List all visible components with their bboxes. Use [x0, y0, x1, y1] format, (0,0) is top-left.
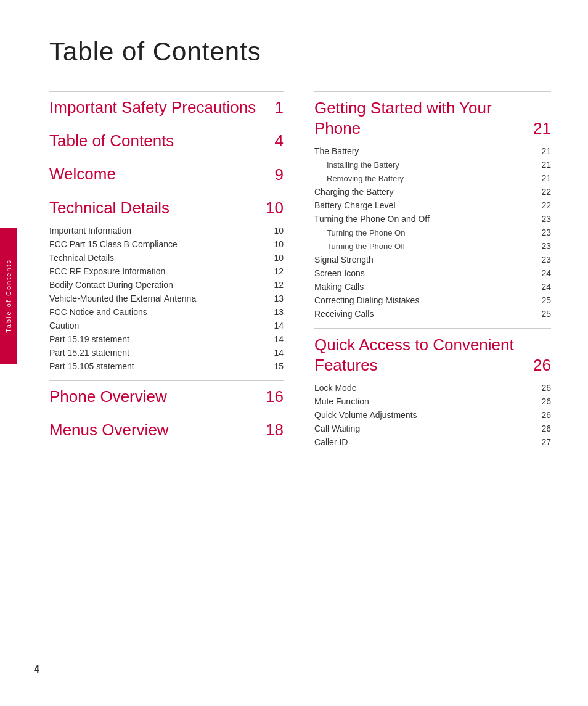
section-title-quick-access: Quick Access to Convenient Features [314, 335, 527, 375]
sidebar-tab: Table of Contents [0, 228, 17, 364]
section-number-important-safety: 1 [275, 98, 284, 117]
section-title-row-technical-details: Technical Details 10 [49, 199, 284, 218]
sub-item-vehicle-mounted: Vehicle-Mounted the External Antenna 13 [49, 292, 284, 305]
section-title-technical-details: Technical Details [49, 199, 259, 218]
section-quick-access: Quick Access to Convenient Features 26 L… [314, 328, 551, 449]
right-column: Getting Started with Your Phone 21 The B… [314, 91, 551, 456]
section-title-welcome: Welcome [49, 165, 269, 184]
sub-item-fcc-notice: FCC Notice and Cautions 13 [49, 305, 284, 319]
section-number-phone-overview: 16 [266, 387, 284, 406]
section-number-menus-overview: 18 [266, 421, 284, 440]
section-title-toc: Table of Contents [49, 131, 269, 150]
sub-items-quick-access: Lock Mode 26 Mute Function 26 Quick Volu… [314, 381, 551, 449]
section-title-row-phone-overview: Phone Overview 16 [49, 387, 284, 406]
section-title-getting-started: Getting Started with Your Phone [314, 98, 527, 138]
sub-item-turning-phone-on: Turning the Phone On 23 [314, 226, 551, 239]
section-title-row-toc: Table of Contents 4 [49, 131, 284, 150]
sub-item-removing-battery: Removing the Battery 21 [314, 171, 551, 185]
sub-item-mute-function: Mute Function 26 [314, 395, 551, 408]
sub-item-correcting-dialing: Correcting Dialing Mistakes 25 [314, 293, 551, 307]
sub-items-technical-details: Important Information 10 FCC Part 15 Cla… [49, 224, 284, 373]
sub-item-important-information: Important Information 10 [49, 224, 284, 237]
section-header-getting-started: Getting Started with Your Phone 21 [314, 91, 551, 138]
sub-item-battery-charge-level: Battery Charge Level 22 [314, 199, 551, 212]
section-menus-overview: Menus Overview 18 [49, 414, 284, 440]
sub-item-bodily-contact: Bodily Contact During Operation 12 [49, 278, 284, 292]
section-number-getting-started: 21 [533, 119, 551, 138]
section-important-safety: Important Safety Precautions 1 [49, 91, 284, 117]
sub-item-making-calls: Making Calls 24 [314, 280, 551, 293]
sub-item-signal-strength: Signal Strength 23 [314, 253, 551, 266]
sub-item-receiving-calls: Receiving Calls 25 [314, 307, 551, 321]
section-header-technical-details: Technical Details 10 [49, 192, 284, 218]
main-title: Table of Contents [49, 37, 551, 67]
section-getting-started: Getting Started with Your Phone 21 The B… [314, 91, 551, 321]
sub-item-battery: The Battery 21 [314, 144, 551, 158]
section-header-welcome: Welcome 9 [49, 158, 284, 184]
section-title-row-quick-access: Quick Access to Convenient Features 26 [314, 335, 551, 375]
section-number-technical-details: 10 [266, 199, 284, 218]
section-number-welcome: 9 [275, 165, 284, 184]
sub-item-fcc-rf: FCC RF Exposure Information 12 [49, 265, 284, 278]
sidebar-tab-label: Table of Contents [5, 259, 12, 333]
section-title-menus-overview: Menus Overview [49, 421, 259, 440]
section-title-row-important-safety: Important Safety Precautions 1 [49, 98, 284, 117]
section-welcome: Welcome 9 [49, 158, 284, 184]
sub-item-part-1521: Part 15.21 statement 14 [49, 346, 284, 359]
section-title-row-menus-overview: Menus Overview 18 [49, 421, 284, 440]
section-header-important-safety: Important Safety Precautions 1 [49, 91, 284, 117]
section-number-quick-access: 26 [533, 356, 551, 375]
sub-item-screen-icons: Screen Icons 24 [314, 266, 551, 280]
left-column: Important Safety Precautions 1 Table of … [49, 91, 284, 456]
sub-item-call-waiting: Call Waiting 26 [314, 422, 551, 435]
sub-item-turning-phone-on-off: Turning the Phone On and Off 23 [314, 212, 551, 226]
section-title-row-welcome: Welcome 9 [49, 165, 284, 184]
section-header-menus-overview: Menus Overview 18 [49, 414, 284, 440]
sub-item-quick-volume: Quick Volume Adjustments 26 [314, 408, 551, 422]
sub-items-getting-started: The Battery 21 Installing the Battery 21… [314, 144, 551, 321]
section-header-toc: Table of Contents 4 [49, 125, 284, 150]
page-number-bottom: 4 [34, 664, 39, 675]
section-phone-overview: Phone Overview 16 [49, 380, 284, 406]
sub-item-part-1519: Part 15.19 statement 14 [49, 332, 284, 346]
sub-item-technical-details-sub: Technical Details 10 [49, 251, 284, 265]
content-columns: Important Safety Precautions 1 Table of … [49, 91, 551, 456]
sub-item-caution: Caution 14 [49, 319, 284, 332]
sub-item-turning-phone-off: Turning the Phone Off 23 [314, 239, 551, 253]
section-toc: Table of Contents 4 [49, 125, 284, 150]
section-header-quick-access: Quick Access to Convenient Features 26 [314, 328, 551, 375]
section-title-phone-overview: Phone Overview [49, 387, 259, 406]
sub-item-caller-id: Caller ID 27 [314, 435, 551, 449]
sub-item-installing-battery: Installing the Battery 21 [314, 158, 551, 171]
section-title-row-getting-started: Getting Started with Your Phone 21 [314, 98, 551, 138]
section-title-important-safety: Important Safety Precautions [49, 98, 269, 117]
section-number-toc: 4 [275, 131, 284, 150]
sub-item-charging-battery: Charging the Battery 22 [314, 185, 551, 199]
sub-item-lock-mode: Lock Mode 26 [314, 381, 551, 395]
section-header-phone-overview: Phone Overview 16 [49, 380, 284, 406]
sub-item-part-15105: Part 15.105 statement 15 [49, 359, 284, 373]
section-technical-details: Technical Details 10 Important Informati… [49, 192, 284, 373]
sub-item-fcc-part15: FCC Part 15 Class B Compliance 10 [49, 237, 284, 251]
page: Table of Contents 4 Table of Contents Im… [0, 0, 588, 706]
sidebar-line [17, 586, 36, 586]
